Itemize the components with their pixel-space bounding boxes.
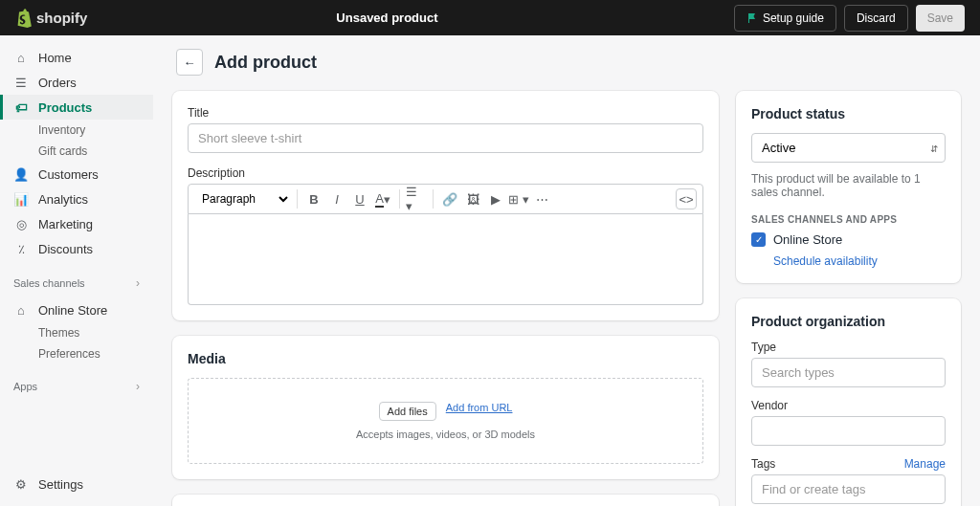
- unsaved-product-label: Unsaved product: [87, 11, 734, 25]
- media-card: Media Add files Add from URL Accepts ima…: [172, 336, 719, 479]
- nav-settings[interactable]: ⚙Settings: [0, 472, 153, 496]
- sidebar: ⌂Home ☰Orders 🏷Products Inventory Gift c…: [0, 35, 153, 506]
- flag-icon: [746, 12, 758, 24]
- video-button[interactable]: ▶: [485, 188, 506, 209]
- add-from-url-button[interactable]: Add from URL: [446, 402, 513, 421]
- rte-toolbar: Paragraph B I U A ▾ ☰ ▾ 🔗 🖼 ▶ ⊞ ▾ ⋯: [188, 184, 703, 214]
- nav-discounts[interactable]: ٪Discounts: [0, 236, 153, 261]
- title-input[interactable]: [188, 123, 703, 153]
- more-button[interactable]: ⋯: [531, 188, 552, 209]
- product-status-card: Product status Active ⇵ This product wil…: [736, 91, 961, 283]
- channels-subheading: SALES CHANNELS AND APPS: [751, 214, 946, 225]
- gear-icon: ⚙: [13, 476, 29, 492]
- nav-online-store[interactable]: ⌂Online Store: [0, 297, 153, 322]
- org-heading: Product organization: [751, 314, 946, 329]
- sales-channels-heading[interactable]: Sales channels›: [0, 269, 153, 297]
- product-organization-card: Product organization Type Vendor Tags Ma…: [736, 298, 961, 506]
- main-content: ← Add product Title Description Paragrap…: [153, 35, 980, 506]
- nav-customers[interactable]: 👤Customers: [0, 162, 153, 187]
- bold-button[interactable]: B: [303, 188, 324, 209]
- logo[interactable]: shopify: [15, 9, 87, 28]
- page-title: Add product: [214, 53, 317, 73]
- arrow-left-icon: ←: [184, 55, 196, 70]
- tag-icon: 🏷: [13, 99, 29, 115]
- status-select[interactable]: Active: [751, 133, 946, 163]
- manage-tags-link[interactable]: Manage: [904, 457, 946, 471]
- description-editor[interactable]: [188, 214, 703, 305]
- nav-preferences[interactable]: Preferences: [0, 343, 153, 364]
- media-heading: Media: [188, 351, 703, 366]
- code-view-button[interactable]: <>: [676, 188, 697, 209]
- apps-heading[interactable]: Apps›: [0, 372, 153, 401]
- nav-home[interactable]: ⌂Home: [0, 45, 153, 70]
- shopify-bag-icon: [15, 9, 33, 28]
- store-icon: ⌂: [13, 302, 29, 318]
- user-icon: 👤: [13, 166, 29, 182]
- schedule-availability-link[interactable]: Schedule availability: [773, 254, 946, 268]
- italic-button[interactable]: I: [326, 188, 347, 209]
- image-button[interactable]: 🖼: [462, 188, 483, 209]
- nav-analytics[interactable]: 📊Analytics: [0, 187, 153, 211]
- table-button[interactable]: ⊞ ▾: [508, 188, 529, 209]
- chevron-right-icon: ›: [136, 276, 140, 290]
- underline-button[interactable]: U: [349, 188, 370, 209]
- media-hint: Accepts images, videos, or 3D models: [212, 429, 679, 440]
- status-heading: Product status: [751, 106, 946, 121]
- discard-button[interactable]: Discard: [844, 5, 908, 32]
- vendor-label: Vendor: [751, 399, 946, 412]
- home-icon: ⌂: [13, 50, 29, 65]
- vendor-input[interactable]: [751, 416, 946, 446]
- link-button[interactable]: 🔗: [439, 188, 460, 209]
- type-input[interactable]: [751, 358, 946, 387]
- topbar: shopify Unsaved product Setup guide Disc…: [0, 0, 980, 35]
- online-store-label: Online Store: [773, 232, 842, 247]
- nav-inventory[interactable]: Inventory: [0, 120, 153, 141]
- status-hint: This product will be available to 1 sale…: [751, 172, 946, 199]
- type-label: Type: [751, 341, 946, 354]
- nav-marketing[interactable]: ◎Marketing: [0, 211, 153, 236]
- online-store-checkbox[interactable]: ✓: [751, 232, 766, 247]
- nav-themes[interactable]: Themes: [0, 322, 153, 343]
- paragraph-select[interactable]: Paragraph: [194, 189, 291, 209]
- media-dropzone[interactable]: Add files Add from URL Accepts images, v…: [188, 378, 703, 464]
- chevron-right-icon: ›: [136, 380, 140, 393]
- logo-text: shopify: [36, 10, 87, 26]
- nav-gift-cards[interactable]: Gift cards: [0, 141, 153, 162]
- topbar-actions: Setup guide Discard Save: [734, 5, 965, 32]
- chart-icon: 📊: [13, 191, 29, 207]
- pricing-card: Pricing Price: [172, 495, 719, 506]
- setup-guide-button[interactable]: Setup guide: [734, 5, 836, 32]
- online-store-checkbox-row: ✓ Online Store: [751, 232, 946, 247]
- align-button[interactable]: ☰ ▾: [406, 188, 427, 209]
- nav-products[interactable]: 🏷Products: [0, 95, 153, 120]
- target-icon: ◎: [13, 216, 29, 231]
- text-color-button[interactable]: A ▾: [372, 188, 393, 209]
- tags-input[interactable]: [751, 474, 946, 504]
- nav-orders[interactable]: ☰Orders: [0, 70, 153, 95]
- title-description-card: Title Description Paragraph B I U A ▾ ☰ …: [172, 91, 719, 320]
- back-button[interactable]: ←: [176, 49, 203, 76]
- add-files-button[interactable]: Add files: [379, 402, 436, 421]
- page-header: ← Add product: [172, 49, 961, 76]
- tags-label: Tags: [751, 457, 775, 471]
- save-button[interactable]: Save: [916, 5, 965, 32]
- title-label: Title: [188, 106, 703, 120]
- orders-icon: ☰: [13, 75, 29, 90]
- percent-icon: ٪: [13, 241, 29, 256]
- description-label: Description: [188, 166, 703, 180]
